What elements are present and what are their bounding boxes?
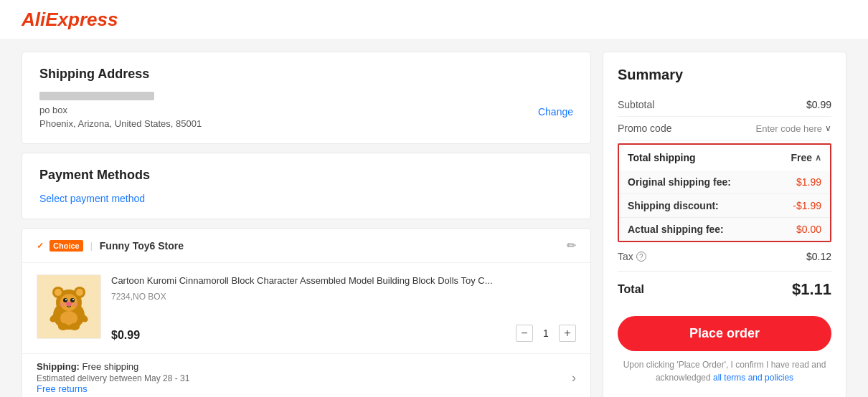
payment-methods-card: Payment Methods Select payment method	[22, 153, 591, 219]
svg-point-13	[72, 302, 78, 307]
promo-label: Promo code	[618, 123, 671, 134]
shipping-chevron-right-icon[interactable]: ›	[572, 370, 576, 386]
subtotal-label: Subtotal	[618, 99, 654, 110]
tax-value: $0.12	[806, 251, 831, 262]
svg-point-4	[55, 289, 62, 296]
summary-card: Summary Subtotal $0.99 Promo code Enter …	[603, 52, 846, 397]
shipping-label: Shipping:	[37, 361, 80, 372]
address-blur-bar	[39, 92, 154, 100]
store-name[interactable]: Funny Toy6 Store	[100, 240, 184, 252]
quantity-value: 1	[539, 327, 553, 339]
product-price-qty: $0.99 − 1 +	[111, 307, 576, 342]
total-row: Total $1.11	[618, 271, 831, 307]
tax-row: Tax ? $0.12	[618, 245, 831, 268]
promo-placeholder: Enter code here	[755, 123, 822, 134]
product-row: Cartoon Kuromi Cinnamoroll Block Charact…	[22, 263, 590, 353]
svg-point-11	[66, 302, 72, 306]
store-name-row: ✓ Choice | Funny Toy6 Store	[37, 240, 184, 252]
select-payment-link[interactable]: Select payment method	[39, 193, 573, 204]
header: AliExpress	[0, 0, 868, 40]
product-image	[37, 274, 101, 339]
summary-title: Summary	[618, 67, 831, 83]
free-returns-link[interactable]: Free returns	[37, 383, 189, 394]
original-fee-value: $1.99	[796, 176, 821, 188]
promo-input[interactable]: Enter code here ∨	[755, 123, 831, 134]
product-price: $0.99	[111, 329, 140, 342]
shipping-address-title: Shipping Address	[39, 67, 573, 82]
product-title: Cartoon Kuromi Cinnamoroll Block Charact…	[111, 274, 576, 287]
tax-label-text: Tax	[618, 251, 633, 262]
shipping-address-card: Shipping Address po box Phoenix, Arizona…	[22, 52, 591, 144]
tax-label-group: Tax ?	[618, 251, 646, 262]
total-shipping-row: Total shipping Free ∧	[619, 145, 830, 171]
product-details: Cartoon Kuromi Cinnamoroll Block Charact…	[111, 274, 576, 342]
address-line2: Phoenix, Arizona, United States, 85001	[39, 118, 573, 129]
quantity-controls: − 1 +	[516, 325, 576, 342]
edit-store-icon[interactable]: ✏	[567, 239, 576, 252]
total-shipping-value: Free ∧	[791, 152, 821, 163]
delivery-estimate: Estimated delivery between May 28 - 31	[37, 373, 189, 383]
decrease-qty-button[interactable]: −	[516, 325, 533, 342]
actual-fee-row: Actual shipping fee: $0.00	[619, 218, 830, 241]
aliexpress-logo[interactable]: AliExpress	[22, 9, 118, 30]
svg-point-5	[76, 289, 83, 296]
total-label: Total	[618, 283, 644, 296]
right-panel: Summary Subtotal $0.99 Promo code Enter …	[603, 52, 846, 397]
main-content: Shipping Address po box Phoenix, Arizona…	[0, 40, 868, 397]
disclaimer: Upon clicking 'Place Order', I confirm I…	[618, 358, 831, 384]
shipping-text: Shipping: Free shipping	[37, 361, 189, 372]
choice-check-icon: ✓	[37, 241, 44, 251]
shipping-discount-row: Shipping discount: -$1.99	[619, 194, 830, 218]
address-line1: po box	[39, 105, 573, 115]
tax-info-icon[interactable]: ?	[636, 252, 646, 262]
product-bear-svg	[40, 278, 98, 335]
payment-methods-title: Payment Methods	[39, 168, 573, 183]
product-sku: 7234,NO BOX	[111, 292, 576, 302]
svg-point-9	[65, 299, 67, 300]
actual-fee-label: Actual shipping fee:	[628, 224, 724, 235]
increase-qty-button[interactable]: +	[559, 325, 576, 342]
total-shipping-box: Total shipping Free ∧ Original shipping …	[618, 143, 831, 242]
svg-point-14	[60, 311, 77, 325]
address-section: po box Phoenix, Arizona, United States, …	[39, 92, 573, 129]
svg-point-18	[70, 323, 80, 330]
svg-point-17	[58, 323, 68, 330]
total-value: $1.11	[792, 280, 831, 299]
change-address-link[interactable]: Change	[538, 106, 573, 118]
svg-point-8	[70, 298, 75, 302]
svg-point-12	[60, 302, 65, 307]
place-order-button[interactable]: Place order	[618, 316, 831, 351]
store-header: ✓ Choice | Funny Toy6 Store ✏	[22, 229, 590, 263]
shipping-discount-label: Shipping discount:	[628, 200, 719, 211]
svg-point-7	[63, 298, 67, 302]
original-fee-label: Original shipping fee:	[628, 176, 731, 188]
choice-badge: Choice	[49, 240, 83, 252]
store-section: ✓ Choice | Funny Toy6 Store ✏	[22, 228, 591, 397]
subtotal-row: Subtotal $0.99	[618, 93, 831, 117]
svg-point-10	[72, 299, 74, 300]
promo-row: Promo code Enter code here ∨	[618, 117, 831, 140]
shipping-discount-value: -$1.99	[793, 200, 821, 211]
left-panel: Shipping Address po box Phoenix, Arizona…	[22, 52, 591, 397]
chevron-up-icon: ∧	[815, 153, 821, 163]
actual-fee-value: $0.00	[796, 224, 821, 235]
subtotal-value: $0.99	[806, 99, 831, 110]
terms-link[interactable]: all terms and policies	[713, 373, 793, 383]
chevron-down-icon: ∨	[825, 123, 831, 133]
shipping-details: Shipping: Free shipping Estimated delive…	[37, 361, 189, 394]
original-fee-row: Original shipping fee: $1.99	[619, 171, 830, 194]
shipping-value: Free shipping	[82, 361, 139, 372]
shipping-info: Shipping: Free shipping Estimated delive…	[22, 353, 590, 397]
total-shipping-label: Total shipping	[628, 152, 696, 163]
